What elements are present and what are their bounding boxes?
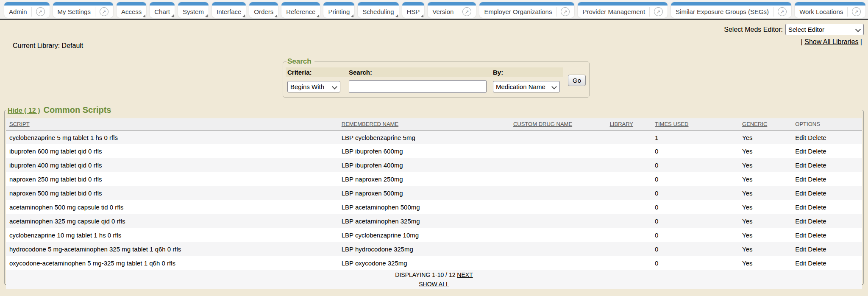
nav-tab[interactable]: Work Locations ↗ xyxy=(795,2,865,18)
nav-tab[interactable]: My Settings ↗ xyxy=(53,2,113,18)
tab-accent-bar xyxy=(212,2,246,6)
script-cell: ibuprofen 600 mg tablet qid 0 rfls xyxy=(6,144,338,158)
edit-link[interactable]: Edit xyxy=(795,190,806,197)
column-header-times-used[interactable]: TIMES USED xyxy=(655,121,688,127)
column-header-remembered-name[interactable]: REMEMBERED NAME xyxy=(342,121,398,127)
edit-link[interactable]: Edit xyxy=(795,176,806,183)
delete-link[interactable]: Delete xyxy=(808,218,826,225)
common-scripts-title: Common Scripts xyxy=(43,105,111,115)
external-link-icon[interactable]: ↗ xyxy=(36,7,45,16)
options-cell: Edit Delete xyxy=(792,144,862,158)
nav-tab[interactable]: Printing ↗ xyxy=(323,2,354,18)
script-row: cyclobenzaprine 10 mg tablet 1 hs 0 rfls… xyxy=(6,228,862,242)
custom-drug-name-cell xyxy=(494,228,591,242)
tab-accent-bar xyxy=(150,2,175,6)
library-cell xyxy=(592,172,651,186)
nav-tab[interactable]: Interface ↗ xyxy=(212,2,246,18)
delete-link[interactable]: Delete xyxy=(808,260,826,267)
delete-link[interactable]: Delete xyxy=(808,148,826,155)
tab-accent-bar xyxy=(358,2,398,6)
edit-link[interactable]: Edit xyxy=(795,162,806,169)
nav-tab[interactable]: Chart ↗ xyxy=(150,2,175,18)
times-used-cell: 0 xyxy=(651,172,739,186)
tab-accent-bar xyxy=(4,2,50,6)
edit-link[interactable]: Edit xyxy=(795,232,806,239)
search-label: Search: xyxy=(349,69,493,76)
times-used-cell: 0 xyxy=(651,144,739,158)
show-all-libraries-link[interactable]: Show All Libraries xyxy=(804,38,858,45)
delete-link[interactable]: Delete xyxy=(808,134,826,141)
nav-tab[interactable]: Employer Organizations ↗ xyxy=(479,2,574,18)
tab-separator xyxy=(773,7,773,17)
delete-link[interactable]: Delete xyxy=(808,162,826,169)
custom-drug-name-cell xyxy=(494,214,591,228)
external-link-icon[interactable]: ↗ xyxy=(561,7,570,16)
column-header-library[interactable]: LIBRARY xyxy=(610,121,633,127)
meds-editor-label: Select Meds Editor: xyxy=(724,26,783,34)
tab-label: Similar Exposure Groups (SEGs) xyxy=(676,8,769,15)
remembered-name-cell: LBP oxycodone 325mg xyxy=(338,256,494,270)
delete-link[interactable]: Delete xyxy=(808,190,826,197)
edit-link[interactable]: Edit xyxy=(795,204,806,211)
script-row: acetaminophen 500 mg capsule tid 0 rfls … xyxy=(6,200,862,214)
pipe-left: | xyxy=(801,38,803,45)
tab-accent-bar xyxy=(117,2,146,6)
library-cell xyxy=(592,256,651,270)
delete-link[interactable]: Delete xyxy=(808,176,826,183)
go-button[interactable]: Go xyxy=(568,75,586,86)
nav-tab[interactable]: Similar Exposure Groups (SEGs) ↗ xyxy=(671,2,791,18)
next-page-link[interactable]: NEXT xyxy=(457,271,473,278)
tab-separator xyxy=(847,7,848,17)
script-row: cyclobenzaprine 5 mg tablet 1 hs 0 rfls … xyxy=(6,130,862,144)
column-header-generic[interactable]: GENERIC xyxy=(742,121,767,127)
generic-cell: Yes xyxy=(739,256,792,270)
tab-separator xyxy=(458,7,458,17)
tab-label: Provider Management xyxy=(582,8,645,15)
script-cell: ibuprofen 400 mg tablet qid 0 rfls xyxy=(6,158,338,172)
column-header-script[interactable]: SCRIPT xyxy=(9,121,30,127)
edit-link[interactable]: Edit xyxy=(795,260,806,267)
tab-label: HSP xyxy=(407,8,420,15)
meds-editor-select[interactable]: Select Editor xyxy=(785,24,864,35)
tab-accent-bar xyxy=(402,2,425,6)
library-cell xyxy=(592,242,651,256)
criteria-select[interactable]: Begins With xyxy=(287,81,340,92)
nav-tab[interactable]: HSP ↗ xyxy=(402,2,425,18)
tab-separator xyxy=(556,7,556,17)
delete-link[interactable]: Delete xyxy=(808,246,826,253)
nav-tab[interactable]: Orders ↗ xyxy=(249,2,278,18)
external-link-icon[interactable]: ↗ xyxy=(100,7,108,16)
edit-link[interactable]: Edit xyxy=(795,246,806,253)
nav-tab[interactable]: Version ↗ xyxy=(428,2,476,18)
nav-tab[interactable]: Admin ↗ xyxy=(4,2,50,18)
search-by-select[interactable]: Medication Name xyxy=(493,81,560,92)
tab-label: Employer Organizations xyxy=(484,8,552,15)
library-cell xyxy=(592,228,651,242)
search-input[interactable] xyxy=(349,80,487,93)
column-header-custom-drug-name[interactable]: CUSTOM DRUG NAME xyxy=(513,121,572,127)
remembered-name-cell: LBP cyclobenzaprine 5mg xyxy=(338,130,494,144)
edit-link[interactable]: Edit xyxy=(795,134,806,141)
nav-tab[interactable]: System ↗ xyxy=(178,2,209,18)
delete-link[interactable]: Delete xyxy=(808,232,826,239)
edit-link[interactable]: Edit xyxy=(795,218,806,225)
edit-link[interactable]: Edit xyxy=(795,148,806,155)
nav-tab[interactable]: Reference ↗ xyxy=(281,2,320,18)
meds-editor-row: Select Meds Editor: Select Editor xyxy=(724,24,864,35)
nav-tab[interactable]: Provider Management ↗ xyxy=(578,2,668,18)
external-link-icon[interactable]: ↗ xyxy=(654,7,663,16)
show-all-link[interactable]: SHOW ALL xyxy=(419,281,449,288)
external-link-icon[interactable]: ↗ xyxy=(852,7,861,16)
nav-tab[interactable]: Access ↗ xyxy=(117,2,146,18)
external-link-icon[interactable]: ↗ xyxy=(778,7,787,16)
hide-count-link[interactable]: Hide ( 12 ) xyxy=(8,107,40,114)
external-link-icon[interactable]: ↗ xyxy=(462,7,471,16)
script-row: hydrocodone 5 mg-acetaminophen 325 mg ta… xyxy=(6,242,862,256)
nav-tab[interactable]: Scheduling ↗ xyxy=(358,2,398,18)
times-used-cell: 1 xyxy=(651,130,739,144)
current-library-label: Current Library: Default xyxy=(13,42,83,50)
remembered-name-cell: LBP hydrocodone 325mg xyxy=(338,242,494,256)
generic-cell: Yes xyxy=(739,228,792,242)
library-cell xyxy=(592,200,651,214)
delete-link[interactable]: Delete xyxy=(808,204,826,211)
